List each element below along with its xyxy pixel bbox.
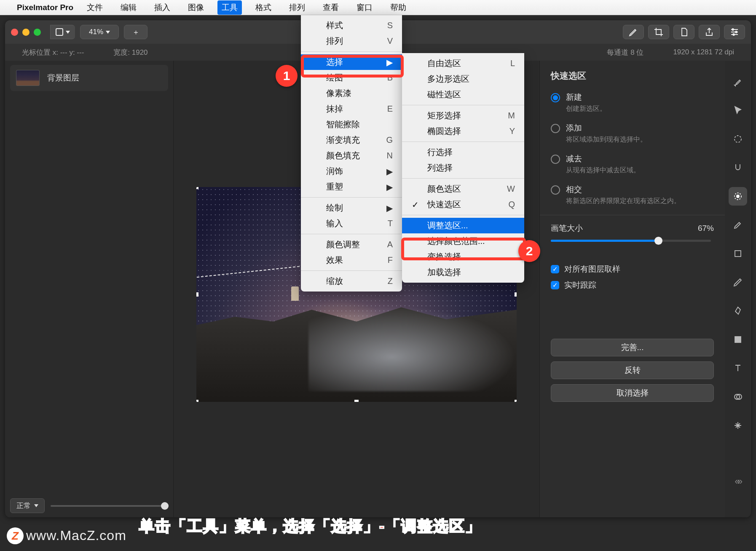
square-icon	[733, 249, 743, 259]
menu-image[interactable]: 图像	[184, 0, 208, 15]
magnetic-tool[interactable]	[729, 158, 747, 177]
select-menu-item[interactable]: 多边形选区	[402, 71, 524, 87]
select-menu-item[interactable]: 颜色选区W	[402, 181, 524, 197]
tools-menu-item[interactable]: 润饰▶	[301, 163, 402, 179]
nib-tool[interactable]	[729, 302, 747, 320]
pen-tool-button[interactable]	[623, 25, 644, 39]
tools-menu-item[interactable]: 效果F	[301, 252, 402, 268]
select-menu-item[interactable]: 选择颜色范围...	[402, 233, 524, 249]
image-mist	[308, 305, 517, 391]
select-menu-item[interactable]: 列选择	[402, 160, 524, 176]
menu-item-label: 加载选择	[427, 267, 494, 278]
live-tracking-checkbox[interactable]: ✓实时跟踪	[551, 280, 714, 291]
selection-mode-option[interactable]: 相交将新选区的界限限定在现有选区之内。	[551, 184, 714, 206]
select-menu-item[interactable]: 变换选择...	[402, 249, 524, 265]
tools-menu-item[interactable]: 绘图B	[301, 70, 402, 86]
text-tool[interactable]	[729, 359, 747, 377]
resize-handle[interactable]	[196, 292, 198, 297]
slider-thumb[interactable]	[654, 237, 662, 245]
adjust-button[interactable]	[724, 25, 745, 39]
menu-format[interactable]: 格式	[251, 0, 276, 15]
slider-thumb[interactable]	[161, 502, 169, 510]
shortcut-label: E	[380, 104, 393, 114]
share-button[interactable]	[699, 25, 720, 39]
style-tool[interactable]	[729, 72, 747, 91]
svg-rect-6	[735, 251, 741, 257]
tools-menu-item[interactable]: 颜色调整A	[301, 237, 402, 252]
minimize-icon[interactable]	[22, 29, 29, 36]
more-tools-chevron[interactable]: « »	[735, 476, 740, 487]
sample-all-layers-checkbox[interactable]: ✓对所有图层取样	[551, 264, 714, 275]
resize-handle[interactable]	[196, 187, 198, 189]
select-menu-item[interactable]: 矩形选择M	[402, 108, 524, 123]
pen-tool[interactable]	[729, 273, 747, 292]
opacity-slider[interactable]	[51, 505, 169, 507]
shortcut-label: F	[380, 255, 393, 265]
tools-menu-item[interactable]: 排列V	[301, 33, 402, 49]
tools-menu-item[interactable]: 颜色填充N	[301, 148, 402, 163]
tools-menu-item[interactable]: 缩放Z	[301, 273, 402, 289]
deselect-button[interactable]: 取消选择	[551, 384, 714, 402]
resize-handle[interactable]	[196, 400, 198, 402]
menu-arrange[interactable]: 排列	[285, 0, 309, 15]
select-menu-item[interactable]: 椭圆选择Y	[402, 123, 524, 139]
resize-handle[interactable]	[354, 400, 359, 402]
menu-file[interactable]: 文件	[83, 0, 107, 15]
resize-handle[interactable]	[515, 292, 517, 297]
tools-menu-item[interactable]: 渐变填充G	[301, 132, 402, 148]
menu-view[interactable]: 查看	[319, 0, 343, 15]
svg-rect-7	[735, 337, 741, 342]
tools-menu-item[interactable]: 重塑▶	[301, 179, 402, 195]
tools-menu-item[interactable]: 选择▶	[301, 54, 402, 70]
zoom-dropdown[interactable]: 41%	[80, 25, 119, 39]
zoom-icon[interactable]	[34, 29, 41, 36]
marquee-tool[interactable]	[729, 130, 747, 148]
fill-tool[interactable]	[729, 330, 747, 349]
refine-button[interactable]: 完善...	[551, 339, 714, 356]
select-menu-item[interactable]: 调整选区...	[402, 218, 524, 233]
selection-mode-option[interactable]: 减去从现有选择中减去区域。	[551, 153, 714, 175]
shortcut-label: G	[380, 135, 393, 145]
resize-handle[interactable]	[515, 400, 517, 402]
paint-tool[interactable]	[729, 216, 747, 234]
app-name[interactable]: Pixelmator Pro	[17, 3, 73, 12]
tools-menu-item[interactable]: 输入T	[301, 216, 402, 231]
selection-mode-option[interactable]: 添加将区域添加到现有选择中。	[551, 123, 714, 144]
brush-size-slider[interactable]	[551, 240, 711, 242]
tools-menu-item[interactable]: 智能擦除	[301, 117, 402, 132]
tools-menu-item[interactable]: 样式S	[301, 18, 402, 33]
menu-help[interactable]: 帮助	[386, 0, 410, 15]
color-tool[interactable]	[729, 388, 747, 406]
quick-select-tool[interactable]	[729, 187, 747, 206]
menu-edit[interactable]: 编辑	[116, 0, 141, 15]
select-menu-item[interactable]: ✓快速选区Q	[402, 197, 524, 212]
select-menu-item[interactable]: 行选择	[402, 144, 524, 160]
close-icon[interactable]	[11, 29, 18, 36]
shape-tool[interactable]	[729, 244, 747, 263]
blend-mode-dropdown[interactable]: 正常	[10, 498, 45, 513]
menu-item-label: 像素漆	[326, 88, 372, 99]
add-button[interactable]: ＋	[124, 25, 147, 39]
overlap-circles-icon	[733, 392, 743, 402]
cursor-icon	[733, 105, 743, 115]
zoom-value: 41%	[89, 28, 103, 36]
select-menu-item[interactable]: 磁性选区	[402, 87, 524, 102]
invert-button[interactable]: 反转	[551, 361, 714, 379]
sidebar-toggle-button[interactable]	[50, 25, 75, 39]
menu-tools[interactable]: 工具	[217, 0, 242, 15]
tools-menu-item[interactable]: 像素漆	[301, 86, 402, 101]
svg-point-5	[737, 195, 739, 198]
select-menu-item[interactable]: 自由选区L	[402, 56, 524, 71]
tools-menu-item[interactable]: 抹掉E	[301, 101, 402, 117]
chevron-down-icon	[106, 31, 110, 34]
select-menu-item[interactable]: 加载选择	[402, 265, 524, 280]
document-button[interactable]	[673, 25, 694, 39]
crop-button[interactable]	[648, 25, 669, 39]
arrow-tool[interactable]	[729, 101, 747, 120]
menu-insert[interactable]: 插入	[150, 0, 174, 15]
effects-tool[interactable]	[729, 416, 747, 435]
menu-window[interactable]: 窗口	[352, 0, 377, 15]
layer-row[interactable]: 背景图层	[10, 65, 168, 91]
selection-mode-option[interactable]: 新建创建新选区。	[551, 92, 714, 113]
tools-menu-item[interactable]: 绘制▶	[301, 200, 402, 216]
